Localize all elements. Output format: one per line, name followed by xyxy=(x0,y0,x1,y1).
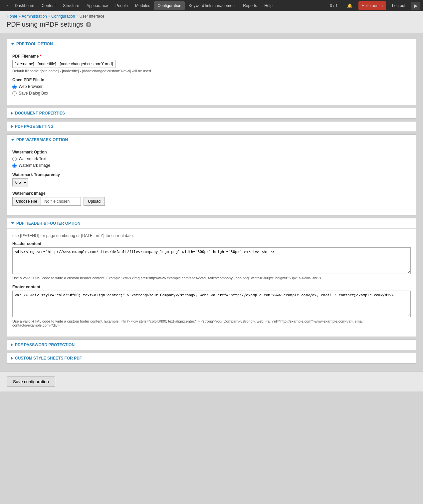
radio-watermark-image-label: Watermark Image xyxy=(19,163,50,168)
custom-css-header[interactable]: CUSTOM STYLE SHEETS FOR PDF xyxy=(7,353,416,363)
open-pdf-label: Open PDF File In xyxy=(12,78,411,82)
nav-configuration[interactable]: Configuration xyxy=(154,1,184,10)
pdf-header-footer-section: PDF HEADER & FOOTER OPTION use {PAGENO} … xyxy=(7,218,416,337)
open-pdf-radios: Web Browser Save Dialog Box xyxy=(12,84,411,96)
pdf-page-setting-label: PDF PAGE SETTING xyxy=(15,124,54,129)
radio-watermark-text[interactable]: Watermark Text xyxy=(12,156,411,161)
header-content-label: Header content xyxy=(12,241,411,246)
expand-icon-pdf-tool xyxy=(11,43,14,45)
header-content-group: Header content <div><img src="http://www… xyxy=(12,241,411,280)
collapse-icon-page-setting xyxy=(11,125,13,128)
breadcrumb-home[interactable]: Home xyxy=(7,14,17,19)
required-marker: * xyxy=(39,54,41,59)
home-icon[interactable]: ⌂ xyxy=(3,1,11,10)
radio-web-browser[interactable]: Web Browser xyxy=(12,84,411,89)
header-content-hint: Use a valid HTML code to write a custom … xyxy=(12,276,411,280)
collapse-icon-doc-props xyxy=(11,112,13,115)
page-title-text: PDF using mPDF settings xyxy=(7,21,83,28)
breadcrumb-administration[interactable]: Administration xyxy=(22,14,47,19)
pdf-watermark-content: Watermark Option Watermark Text Watermar… xyxy=(7,145,416,215)
nav-reports[interactable]: Reports xyxy=(240,1,260,10)
file-name-display: No file chosen xyxy=(41,197,81,206)
watermark-transparency-group: Watermark Transparency 0.5 0.1 0.2 0.3 0… xyxy=(12,172,411,186)
custom-css-section: CUSTOM STYLE SHEETS FOR PDF xyxy=(7,353,416,364)
radio-save-dialog[interactable]: Save Dialog Box xyxy=(12,91,411,96)
pdf-page-setting-header[interactable]: PDF PAGE SETTING xyxy=(7,122,416,131)
watermark-option-group: Watermark Option Watermark Text Watermar… xyxy=(12,150,411,168)
pdf-watermark-label: PDF WATERMARK OPTION xyxy=(16,137,68,142)
radio-watermark-image-input[interactable] xyxy=(12,163,17,168)
collapse-icon-password xyxy=(11,343,13,347)
pdf-tool-header[interactable]: PDF TOOL OPTION xyxy=(7,39,416,49)
top-navigation: ⌂ Dashboard Content Structure Appearance… xyxy=(0,0,423,11)
open-pdf-group: Open PDF File In Web Browser Save Dialog… xyxy=(12,78,411,96)
pdf-watermark-header[interactable]: PDF WATERMARK OPTION xyxy=(7,135,416,145)
settings-icon[interactable]: ⚙ xyxy=(86,22,91,27)
nav-help[interactable]: Help xyxy=(261,1,276,10)
breadcrumb-sep1: » xyxy=(18,14,21,19)
nav-appearance[interactable]: Appearance xyxy=(83,1,111,10)
pdf-tool-label: PDF TOOL OPTION xyxy=(16,42,53,46)
pdf-header-footer-header[interactable]: PDF HEADER & FOOTER OPTION xyxy=(7,218,416,229)
nav-content[interactable]: Content xyxy=(38,1,59,10)
radio-watermark-text-label: Watermark Text xyxy=(19,156,46,161)
header-content-textarea[interactable]: <div><img src="http://www.example.com/si… xyxy=(12,247,411,274)
pdf-header-footer-label: PDF HEADER & FOOTER OPTION xyxy=(16,221,81,226)
hello-admin-badge[interactable]: Hello admin xyxy=(358,1,386,10)
radio-save-dialog-input[interactable] xyxy=(12,91,17,96)
collapse-icon-css xyxy=(11,357,13,360)
transparency-select[interactable]: 0.5 0.1 0.2 0.3 0.4 0.6 0.7 0.8 0.9 1.0 xyxy=(12,178,28,186)
breadcrumb-configuration[interactable]: Configuration xyxy=(51,14,75,19)
choose-file-button[interactable]: Choose File xyxy=(12,197,41,206)
document-properties-label: DOCUMENT PROPERTIES xyxy=(15,111,65,116)
pdf-tool-section: PDF TOOL OPTION PDF Filename * Default f… xyxy=(7,39,416,105)
pdf-password-header[interactable]: PDF PASSWORD PROTECTION xyxy=(7,340,416,350)
radio-watermark-text-input[interactable] xyxy=(12,157,17,161)
footer-content-group: Footer content <hr /> <div style="color:… xyxy=(12,285,411,327)
filename-group: PDF Filename * Default filename :[site:n… xyxy=(12,54,411,73)
breadcrumb-sep2: » xyxy=(48,14,51,19)
watermark-transparency-label: Watermark Transparency xyxy=(12,172,411,177)
radio-save-dialog-label: Save Dialog Box xyxy=(19,91,48,96)
main-content: PDF TOOL OPTION PDF Filename * Default f… xyxy=(0,33,423,372)
save-configuration-button[interactable]: Save configuration xyxy=(7,377,55,387)
nav-keyword-link[interactable]: Keyword link management xyxy=(185,1,239,10)
user-count: 0 / 1 xyxy=(326,1,341,10)
notification-icon[interactable]: 🔔 xyxy=(344,1,356,10)
document-properties-section: DOCUMENT PROPERTIES xyxy=(7,108,416,119)
filename-label: PDF Filename * xyxy=(12,54,411,59)
save-section: Save configuration xyxy=(0,372,423,391)
watermark-radios: Watermark Text Watermark Image xyxy=(12,156,411,168)
pdf-page-setting-section: PDF PAGE SETTING xyxy=(7,121,416,132)
radio-watermark-image[interactable]: Watermark Image xyxy=(12,163,411,168)
expand-icon-header-footer xyxy=(11,222,14,224)
nav-structure[interactable]: Structure xyxy=(60,1,83,10)
breadcrumb-area: Home » Administration » Configuration » … xyxy=(0,11,423,33)
filename-hint: Default filename :[site:name] - [node:ti… xyxy=(12,69,411,73)
pdf-password-label: PDF PASSWORD PROTECTION xyxy=(15,343,75,347)
watermark-option-label: Watermark Option xyxy=(12,150,411,154)
custom-css-label: CUSTOM STYLE SHEETS FOR PDF xyxy=(15,356,82,361)
footer-content-hint: Use a valid HTML code to write a custom … xyxy=(12,319,411,327)
nav-modules[interactable]: Modules xyxy=(132,1,153,10)
radio-web-browser-label: Web Browser xyxy=(19,84,43,89)
pdf-password-section: PDF PASSWORD PROTECTION xyxy=(7,340,416,350)
breadcrumb-sep3: » xyxy=(76,14,80,19)
pdf-watermark-section: PDF WATERMARK OPTION Watermark Option Wa… xyxy=(7,134,416,215)
nav-dashboard[interactable]: Dashboard xyxy=(11,1,38,10)
filename-input[interactable] xyxy=(12,60,115,68)
expand-icon-watermark xyxy=(11,139,14,141)
toggle-button[interactable]: ▶ xyxy=(411,2,420,10)
upload-button[interactable]: Upload xyxy=(84,197,105,206)
logout-button[interactable]: Log out xyxy=(389,1,409,10)
document-properties-header[interactable]: DOCUMENT PROPERTIES xyxy=(7,108,416,118)
footer-content-textarea[interactable]: <hr /> <div style="color:#f00; text-alig… xyxy=(12,291,411,317)
breadcrumb-current: User interface xyxy=(80,14,105,19)
radio-web-browser-input[interactable] xyxy=(12,85,17,89)
watermark-image-group: Watermark Image Choose File No file chos… xyxy=(12,191,411,206)
nav-people[interactable]: People xyxy=(112,1,131,10)
pdf-header-footer-content: use {PAGENO} for page numbering or {DATE… xyxy=(7,229,416,337)
watermark-image-label: Watermark Image xyxy=(12,191,411,196)
breadcrumb: Home » Administration » Configuration » … xyxy=(7,14,416,19)
footer-content-label: Footer content xyxy=(12,285,411,289)
